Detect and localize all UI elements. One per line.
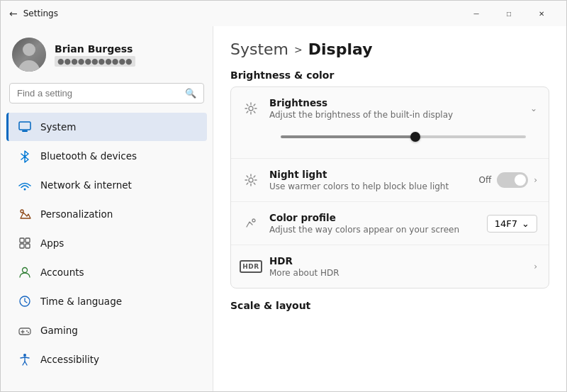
hdr-icon: HDR <box>242 258 259 275</box>
svg-line-30 <box>254 176 255 177</box>
search-box[interactable]: 🔍 <box>9 83 204 103</box>
svg-point-3 <box>21 210 23 213</box>
settings-window: ← Settings ─ □ ✕ Brian Burgess ●●●●●●●●●… <box>0 0 567 392</box>
svg-rect-10 <box>19 328 30 335</box>
sidebar-item-label-accounts: Accounts <box>40 267 84 278</box>
search-input[interactable] <box>17 88 181 99</box>
breadcrumb-current: Display <box>308 40 373 58</box>
svg-rect-4 <box>20 238 24 242</box>
svg-point-23 <box>249 178 253 182</box>
maximize-button[interactable]: □ <box>493 2 525 25</box>
sidebar-item-accessibility[interactable]: Accessibility <box>6 345 207 374</box>
night-light-subtitle: Use warmer colors to help block blue lig… <box>269 181 468 191</box>
night-light-text: Night light Use warmer colors to help bl… <box>269 169 468 191</box>
slider-container[interactable] <box>242 130 537 148</box>
brightness-expand-icon[interactable]: ⌄ <box>530 103 537 113</box>
sidebar-item-label-gaming: Gaming <box>40 325 78 336</box>
title-bar-left: ← Settings <box>9 8 58 19</box>
search-icon: 🔍 <box>185 88 196 99</box>
toggle-thumb <box>515 174 526 186</box>
sidebar-item-label-personalization: Personalization <box>40 208 113 220</box>
svg-line-31 <box>247 183 248 184</box>
hdr-row[interactable]: HDR HDR More about HDR › <box>231 245 549 288</box>
svg-line-19 <box>247 104 248 106</box>
night-light-row[interactable]: Night light Use warmer colors to help bl… <box>231 159 549 202</box>
sidebar-item-bluetooth[interactable]: Bluetooth & devices <box>6 142 207 170</box>
svg-point-12 <box>28 332 29 333</box>
avatar <box>12 38 46 72</box>
close-button[interactable]: ✕ <box>525 2 558 25</box>
scale-layout-section-title: Scale & layout <box>230 300 549 311</box>
minimize-button[interactable]: ─ <box>460 2 493 25</box>
title-bar: ← Settings ─ □ ✕ <box>1 1 566 26</box>
sidebar-item-system[interactable]: System <box>6 113 207 141</box>
sidebar-item-label-network: Network & internet <box>40 179 132 191</box>
brightness-text: Brightness Adjust the brightness of the … <box>269 97 520 120</box>
brightness-icon <box>242 100 259 117</box>
back-icon[interactable]: ← <box>9 8 18 19</box>
night-light-toggle-label: Off <box>478 175 491 185</box>
bluetooth-icon <box>18 149 32 163</box>
svg-line-29 <box>254 183 255 184</box>
time-icon <box>18 294 32 308</box>
apps-icon <box>18 236 32 250</box>
sidebar: Brian Burgess ●●●●●●●●●●● 🔍 <box>1 26 213 391</box>
color-profile-dropdown[interactable]: 14F7 ⌄ <box>487 215 537 233</box>
color-profile-row[interactable]: Color profile Adjust the way colors appe… <box>231 202 549 245</box>
breadcrumb: System > Display <box>230 40 549 58</box>
svg-line-22 <box>247 111 248 113</box>
dropdown-value: 14F7 <box>495 218 517 229</box>
night-light-control: Off › <box>478 172 537 188</box>
color-profile-subtitle: Adjust the way colors appear on your scr… <box>269 225 477 235</box>
hdr-title: HDR <box>269 255 524 267</box>
svg-point-8 <box>23 268 28 273</box>
sidebar-item-label-time: Time & language <box>40 296 122 307</box>
main-panel: System > Display Brightness & color <box>213 26 566 391</box>
brightness-subtitle: Adjust the brightness of the built-in di… <box>269 110 520 120</box>
gaming-icon <box>18 323 32 337</box>
user-profile[interactable]: Brian Burgess ●●●●●●●●●●● <box>1 26 213 80</box>
brightness-slider[interactable] <box>281 135 526 138</box>
brightness-row[interactable]: Brightness Adjust the brightness of the … <box>231 87 549 159</box>
accounts-icon <box>18 265 32 279</box>
night-light-chevron-icon[interactable]: › <box>534 175 537 185</box>
slider-thumb[interactable] <box>410 132 420 142</box>
sidebar-item-label-apps: Apps <box>40 237 64 249</box>
hdr-control: › <box>534 262 537 271</box>
svg-rect-6 <box>20 244 24 248</box>
svg-rect-0 <box>19 122 30 130</box>
user-name: Brian Burgess <box>55 43 135 55</box>
hdr-chevron-icon[interactable]: › <box>534 262 537 271</box>
night-light-icon <box>242 172 259 189</box>
dropdown-chevron-icon: ⌄ <box>522 218 529 229</box>
svg-point-14 <box>249 106 253 111</box>
brightness-title: Brightness <box>269 97 520 108</box>
svg-rect-5 <box>26 238 30 242</box>
svg-rect-1 <box>22 130 28 132</box>
color-profile-text: Color profile Adjust the way colors appe… <box>269 212 477 235</box>
sidebar-item-personalization[interactable]: Personalization <box>6 200 207 228</box>
brightness-top: Brightness Adjust the brightness of the … <box>242 97 537 120</box>
hdr-text: HDR More about HDR <box>269 255 524 278</box>
svg-point-2 <box>24 189 26 191</box>
sidebar-item-label-accessibility: Accessibility <box>40 354 99 365</box>
user-info: Brian Burgess ●●●●●●●●●●● <box>55 43 135 67</box>
window-title: Settings <box>23 9 58 18</box>
hdr-subtitle: More about HDR <box>269 268 524 278</box>
hdr-badge: HDR <box>240 260 262 273</box>
sidebar-item-label-system: System <box>40 121 76 133</box>
breadcrumb-parent: System <box>230 40 288 58</box>
sidebar-item-gaming[interactable]: Gaming <box>6 316 207 345</box>
personalization-icon <box>18 207 32 221</box>
sidebar-item-time[interactable]: Time & language <box>6 287 207 315</box>
brightness-color-section-title: Brightness & color <box>230 69 549 81</box>
sidebar-item-apps[interactable]: Apps <box>6 229 207 257</box>
night-light-toggle[interactable] <box>497 172 528 188</box>
color-profile-title: Color profile <box>269 212 477 223</box>
sidebar-item-network[interactable]: Network & internet <box>6 171 207 199</box>
accessibility-icon <box>18 352 32 366</box>
night-light-title: Night light <box>269 169 468 180</box>
window-controls: ─ □ ✕ <box>460 2 558 25</box>
network-icon <box>18 178 32 192</box>
sidebar-item-accounts[interactable]: Accounts <box>6 258 207 286</box>
